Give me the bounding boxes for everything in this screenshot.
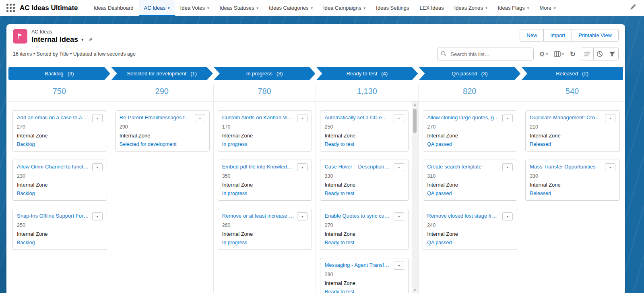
card-title-link[interactable]: Remove or at least increase da… bbox=[222, 212, 294, 219]
tab-ideas-statuses[interactable]: Ideas Statuses ▾ bbox=[215, 0, 264, 16]
idea-card[interactable]: Embed pdf file into Knowledge… ▾ 350 Int… bbox=[218, 160, 312, 201]
filter-button[interactable] bbox=[606, 48, 619, 60]
refresh-button[interactable]: ↻ bbox=[569, 48, 576, 60]
tab-ideas-flags[interactable]: Ideas Flags ▾ bbox=[493, 0, 535, 16]
column-scrollbar[interactable]: ▲ ▼ bbox=[412, 102, 418, 293]
idea-card[interactable]: Duplicate Management: Cross … ▾ 210 Inte… bbox=[525, 110, 620, 152]
card-status-link[interactable]: In progress bbox=[222, 190, 308, 197]
tab-idea-votes[interactable]: Idea Votes ▾ bbox=[175, 0, 215, 16]
display-as-button[interactable]: ▾ bbox=[553, 49, 565, 59]
card-title-link[interactable]: Case Hover – Description Li… bbox=[324, 163, 390, 170]
tab-ideas-zones[interactable]: Ideas Zones ▾ bbox=[449, 0, 493, 16]
card-menu-button[interactable]: ▾ bbox=[297, 114, 308, 122]
card-menu-button[interactable]: ▾ bbox=[394, 114, 404, 122]
card-title-link[interactable]: Create search template bbox=[427, 163, 499, 170]
card-title-link[interactable]: Add an email on a case to anot… bbox=[17, 114, 89, 121]
column-header[interactable]: Backlog (3) bbox=[8, 67, 110, 80]
card-status-link[interactable]: Backlog bbox=[17, 141, 103, 148]
scrollbar-thumb[interactable] bbox=[413, 109, 417, 133]
idea-card[interactable]: Add an email on a case to anot… ▾ 270 In… bbox=[12, 110, 107, 152]
column-header[interactable]: Ready to test (4) bbox=[316, 67, 418, 80]
column-header[interactable]: Selected for development (1) bbox=[111, 67, 213, 80]
tab-ac-ideas[interactable]: AC Ideas ▾ bbox=[139, 0, 175, 16]
card-title-link[interactable]: Re-Parent Emailmessages to an… bbox=[120, 114, 192, 121]
card-status-link[interactable]: Ready to test bbox=[324, 190, 404, 197]
idea-card[interactable]: Enable Quotes to sync custo… ▾ 270 Inter… bbox=[320, 209, 409, 250]
card-menu-button[interactable]: ▾ bbox=[92, 163, 103, 171]
printable-view-button[interactable]: Printable View bbox=[572, 29, 619, 42]
card-menu-button[interactable]: ▾ bbox=[502, 212, 513, 220]
scroll-down-icon[interactable]: ▼ bbox=[412, 287, 418, 293]
card-status-link[interactable]: In progress bbox=[222, 141, 308, 148]
card-status-link[interactable]: QA passed bbox=[427, 190, 513, 197]
idea-card[interactable]: Re-Parent Emailmessages to an… ▾ 290 Int… bbox=[115, 110, 210, 152]
tab-more[interactable]: More ▾ bbox=[534, 0, 561, 16]
card-menu-button[interactable]: ▾ bbox=[92, 212, 103, 220]
idea-card[interactable]: Automatically set a CC email… ▾ 250 Inte… bbox=[320, 110, 409, 152]
charts-button[interactable] bbox=[593, 48, 606, 60]
card-status-link[interactable]: Released bbox=[530, 190, 615, 197]
card-menu-button[interactable]: ▾ bbox=[605, 163, 615, 171]
card-menu-button[interactable]: ▾ bbox=[605, 114, 615, 122]
tab-idea-campaigns[interactable]: Idea Campaigns ▾ bbox=[318, 0, 371, 16]
card-menu-button[interactable]: ▾ bbox=[502, 163, 513, 171]
idea-card[interactable]: Allow cloning large quotes, go… ▾ 270 In… bbox=[423, 110, 517, 152]
tab-ideas-dashboard[interactable]: Ideas Dashboard bbox=[89, 0, 139, 16]
card-status-link[interactable]: QA passed bbox=[427, 141, 513, 148]
import-button[interactable]: Import bbox=[543, 29, 572, 42]
nav-edit-pencil-icon[interactable] bbox=[628, 2, 638, 14]
card-title-link[interactable]: Embed pdf file into Knowledge… bbox=[222, 163, 294, 170]
card-status-link[interactable]: Ready to test bbox=[324, 289, 404, 293]
card-status-link[interactable]: Selected for development bbox=[120, 141, 205, 148]
card-status-link[interactable]: In progress bbox=[222, 239, 308, 246]
card-status-link[interactable]: Ready to test bbox=[324, 141, 404, 148]
card-title-link[interactable]: Allow Omni-Channel to functio… bbox=[17, 163, 89, 170]
new-button[interactable]: New bbox=[520, 29, 544, 42]
idea-card[interactable]: Remove closed lost stage from … ▾ 240 In… bbox=[423, 209, 517, 250]
tab-label: Ideas Categories bbox=[269, 5, 308, 11]
card-menu-button[interactable]: ▾ bbox=[394, 163, 404, 171]
tab-lex-ideas[interactable]: LEX Ideas bbox=[415, 0, 449, 16]
tab-ideas-settings[interactable]: Ideas Settings bbox=[371, 0, 414, 16]
card-menu-button[interactable]: ▾ bbox=[394, 262, 404, 270]
idea-card[interactable]: Custom Alerts on Kanban Views ▾ 170 Inte… bbox=[218, 110, 312, 152]
card-menu-button[interactable]: ▾ bbox=[297, 163, 308, 171]
list-view-selector-chevron-icon[interactable]: ▾ bbox=[81, 37, 84, 42]
app-launcher-icon[interactable] bbox=[6, 4, 15, 12]
list-view-controls-button[interactable]: ⚙ ▾ bbox=[538, 49, 549, 60]
column-header[interactable]: Released (2) bbox=[521, 67, 623, 80]
column-header[interactable]: QA passed (3) bbox=[419, 67, 520, 80]
card-title-link[interactable]: Allow cloning large quotes, go… bbox=[427, 114, 499, 121]
card-status-link[interactable]: Backlog bbox=[17, 190, 103, 197]
tab-ideas-categories[interactable]: Ideas Categories ▾ bbox=[264, 0, 318, 16]
pin-icon[interactable] bbox=[88, 37, 93, 42]
card-title-link[interactable]: Duplicate Management: Cross … bbox=[530, 114, 602, 121]
card-title-link[interactable]: Snap-Ins Offline Support Form … bbox=[17, 212, 89, 219]
card-menu-button[interactable]: ▾ bbox=[195, 114, 205, 122]
card-menu-button[interactable]: ▾ bbox=[92, 114, 103, 122]
idea-card[interactable]: Remove or at least increase da… ▾ 260 In… bbox=[218, 209, 312, 250]
idea-card[interactable]: Allow Omni-Channel to functio… ▾ 230 Int… bbox=[12, 160, 107, 201]
card-title-link[interactable]: Messaging - Agent Transfers bbox=[324, 262, 390, 268]
card-menu-button[interactable]: ▾ bbox=[297, 212, 308, 220]
idea-card[interactable]: Snap-Ins Offline Support Form … ▾ 250 In… bbox=[12, 209, 107, 250]
scroll-up-icon[interactable]: ▲ bbox=[412, 102, 418, 107]
card-title-link[interactable]: Custom Alerts on Kanban Views bbox=[222, 114, 294, 121]
card-status-link[interactable]: Ready to test bbox=[324, 239, 404, 246]
card-menu-button[interactable]: ▾ bbox=[394, 212, 404, 220]
edit-button[interactable] bbox=[581, 48, 594, 60]
idea-card[interactable]: Messaging - Agent Transfers ▾ 280 Intern… bbox=[320, 258, 409, 293]
card-title-link[interactable]: Enable Quotes to sync custo… bbox=[324, 212, 390, 219]
idea-card[interactable]: Case Hover – Description Li… ▾ 330 Inter… bbox=[320, 160, 409, 201]
card-status-link[interactable]: Released bbox=[530, 141, 615, 148]
idea-card[interactable]: Mass Transfer Opportunities ▾ 330 Intern… bbox=[525, 160, 620, 201]
search-input[interactable] bbox=[437, 48, 534, 60]
card-title-link[interactable]: Remove closed lost stage from … bbox=[427, 212, 499, 219]
card-menu-button[interactable]: ▾ bbox=[502, 114, 513, 122]
card-title-link[interactable]: Automatically set a CC email… bbox=[324, 114, 390, 121]
column-header[interactable]: In progress (3) bbox=[214, 67, 316, 80]
card-status-link[interactable]: Backlog bbox=[17, 239, 103, 246]
card-status-link[interactable]: QA passed bbox=[427, 239, 513, 246]
card-title-link[interactable]: Mass Transfer Opportunities bbox=[530, 163, 602, 170]
idea-card[interactable]: Create search template ▾ 310 Internal Zo… bbox=[423, 160, 517, 201]
